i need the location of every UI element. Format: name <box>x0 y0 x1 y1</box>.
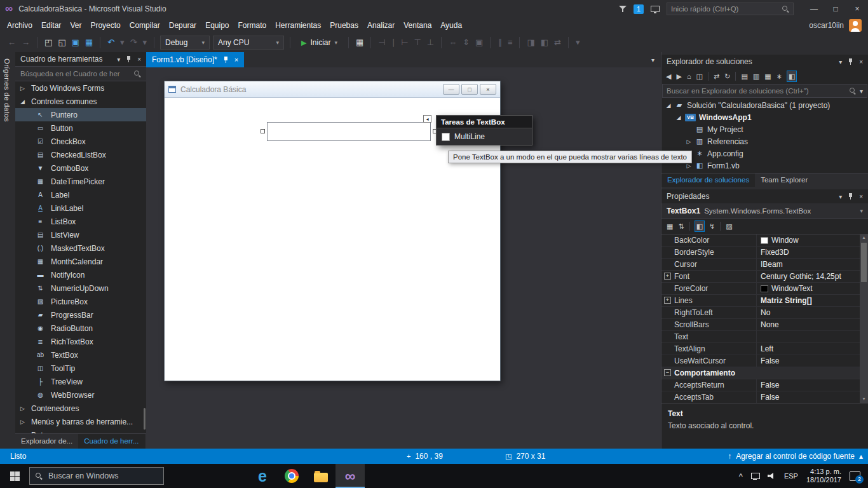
file-explorer-taskbar-button[interactable] <box>306 464 336 488</box>
collapse-icon[interactable]: − <box>664 369 671 376</box>
chevron-down-icon[interactable]: ▾ <box>839 193 842 200</box>
toolbox-item-treeview[interactable]: ├TreeView <box>15 375 146 388</box>
toolbox-item-progressbar[interactable]: ▰ProgressBar <box>15 308 146 322</box>
maximize-button[interactable]: □ <box>825 0 846 18</box>
property-row-font[interactable]: +FontCentury Gothic; 14,25pt <box>661 271 860 283</box>
menu-item-archivo[interactable]: Archivo <box>3 18 37 33</box>
property-row-acceptsreturn[interactable]: AcceptsReturnFalse <box>661 379 860 391</box>
quick-launch-search[interactable]: Inicio rápido (Ctrl+Q) <box>667 3 794 15</box>
toolbox-search-box[interactable]: Búsqueda en el Cuadro de her <box>15 66 146 81</box>
volume-icon[interactable] <box>768 472 776 480</box>
toolbox-item-textbox[interactable]: abTextBox <box>15 348 146 362</box>
close-icon[interactable]: × <box>137 56 141 63</box>
toolbox-group-menus-y-barras-de-herramie[interactable]: ▷Menús y barras de herramie... <box>15 415 146 428</box>
tab-solution-explorer[interactable]: Explorador de soluciones <box>661 173 755 187</box>
chevron-collapsed-icon[interactable]: ▷ <box>686 139 692 145</box>
property-value[interactable]: Matriz String[] <box>757 295 860 306</box>
toolbox-item-listbox[interactable]: ≡ListBox <box>15 215 146 228</box>
property-value[interactable]: False <box>757 391 860 403</box>
notification-badge[interactable]: 1 <box>634 4 644 14</box>
toolbox-scrollbar[interactable] <box>144 408 146 430</box>
solution-explorer-header[interactable]: Explorador de soluciones ▾ × <box>661 55 868 69</box>
property-value[interactable]: Left <box>757 343 860 355</box>
toolbox-item-numericupdown[interactable]: ⇅NumericUpDown <box>15 281 146 295</box>
chevron-collapsed-icon[interactable]: ▷ <box>686 163 692 169</box>
chevron-expanded-icon[interactable]: ◢ <box>675 114 682 121</box>
toolbox-item-checkedlistbox[interactable]: ▤CheckedListBox <box>15 148 146 161</box>
menu-item-analizar[interactable]: Analizar <box>363 18 399 33</box>
property-row-cursor[interactable]: CursorIBeam <box>661 259 860 271</box>
edge-taskbar-button[interactable]: e <box>248 464 277 488</box>
property-row-text[interactable]: Text <box>661 331 860 343</box>
categorized-icon[interactable]: ▦ <box>667 221 673 231</box>
designed-textbox[interactable]: ◂ <box>267 122 431 141</box>
home-icon[interactable]: ⌂ <box>687 71 691 81</box>
pin-icon[interactable] <box>223 57 229 64</box>
chrome-taskbar-button[interactable] <box>277 464 306 488</box>
property-row-comportamiento[interactable]: −Comportamiento <box>661 367 860 379</box>
menu-item-herramientas[interactable]: Herramientas <box>271 18 325 33</box>
platform-dropdown[interactable]: Any CPU ▾ <box>213 36 284 50</box>
toolbox-item-webbrowser[interactable]: ◍WebBrowser <box>15 388 146 402</box>
close-button[interactable]: × <box>846 0 868 18</box>
pin-icon[interactable] <box>126 56 132 63</box>
designer-surface[interactable]: Calculadora Básica — □ × ◂ <box>146 67 661 449</box>
designed-form-titlebar[interactable]: Calculadora Básica — □ × <box>165 81 500 98</box>
close-icon[interactable]: × <box>859 58 863 65</box>
menu-item-editar[interactable]: Editar <box>37 18 65 33</box>
tab-order-icon[interactable]: ⇄ <box>553 36 562 49</box>
user-avatar[interactable] <box>849 19 862 32</box>
tab-form1-designer[interactable]: Form1.vb [Diseño]* × <box>146 52 244 67</box>
toolbox-item-monthcalendar[interactable]: ▦MonthCalendar <box>15 255 146 268</box>
align-rights-icon[interactable]: ⊢ <box>400 36 409 49</box>
alphabetical-icon[interactable]: ⇅ <box>678 221 684 231</box>
toolbox-item-tooltip[interactable]: ◫ToolTip <box>15 362 146 375</box>
tab-list-dropdown-icon[interactable]: ▾ <box>651 57 661 64</box>
pin-icon[interactable] <box>848 193 853 200</box>
property-row-righttoleft[interactable]: RightToLeftNo <box>661 307 860 319</box>
horizontal-spacing-icon[interactable]: ∥ <box>496 36 503 49</box>
tray-expand-icon[interactable]: ^ <box>739 471 743 481</box>
visual-studio-taskbar-button[interactable]: ∞ <box>336 464 365 488</box>
tab-team-explorer[interactable]: Team Explorer <box>755 173 813 187</box>
redo-caret-icon[interactable]: ▾ <box>142 36 149 49</box>
chevron-down-icon[interactable]: ▾ <box>117 56 120 63</box>
form-maximize-button[interactable]: □ <box>461 84 478 95</box>
expand-icon[interactable]: + <box>664 273 671 280</box>
property-row-usewaitcursor[interactable]: UseWaitCursorFalse <box>661 355 860 367</box>
menu-item-ventana[interactable]: Ventana <box>399 18 436 33</box>
undo-caret-icon[interactable]: ▾ <box>119 36 126 49</box>
property-value[interactable]: Century Gothic; 14,25pt <box>757 271 860 282</box>
toolbox-item-combobox[interactable]: ▼ComboBox <box>15 161 146 175</box>
tree-item-windowsapp1[interactable]: ◢VBWindowsApp1 <box>661 111 868 123</box>
menu-item-compilar[interactable]: Compilar <box>125 18 165 33</box>
toolbox-item-puntero[interactable]: ↖Puntero <box>15 108 146 121</box>
property-value[interactable]: Window <box>757 234 860 246</box>
properties-scrollbar[interactable]: ▴ ▾ <box>860 234 868 403</box>
filter-icon[interactable] <box>619 5 627 13</box>
property-value[interactable]: Fixed3D <box>757 247 860 258</box>
designer-grid-icon[interactable]: ▦ <box>355 36 365 49</box>
preview-selected-icon[interactable]: ◧ <box>787 71 796 81</box>
tree-item-referencias[interactable]: ▷▥Referencias <box>661 135 868 147</box>
align-bottoms-icon[interactable]: ⊥ <box>426 36 435 49</box>
toolbox-item-datetimepicker[interactable]: ▦DateTimePicker <box>15 175 146 188</box>
open-file-icon[interactable]: ◱ <box>57 36 67 49</box>
toolbox-group-contenedores[interactable]: ▷Contenedores <box>15 402 146 415</box>
expand-icon[interactable]: + <box>664 297 671 304</box>
menu-item-ayuda[interactable]: Ayuda <box>436 18 466 33</box>
events-icon[interactable]: ↯ <box>709 221 715 231</box>
bring-to-front-icon[interactable]: ◨ <box>526 36 536 49</box>
properties-icon[interactable]: ∗ <box>776 71 782 81</box>
pending-changes-icon[interactable]: ⇄ <box>714 71 719 81</box>
menu-item-pruebas[interactable]: Pruebas <box>325 18 363 33</box>
back-icon[interactable]: ◀ <box>666 71 671 81</box>
save-icon[interactable]: ▣ <box>71 36 81 49</box>
pin-icon[interactable] <box>848 58 853 65</box>
data-sources-tab[interactable]: Orígenes de datos <box>3 58 11 122</box>
menu-item-proyecto[interactable]: Proyecto <box>86 18 125 33</box>
chevron-down-icon[interactable]: ▾ <box>839 58 842 65</box>
forward-icon[interactable]: ▶ <box>676 71 681 81</box>
chevron-expanded-icon[interactable]: ◢ <box>665 102 672 109</box>
same-width-icon[interactable]: ⇔ <box>447 36 458 49</box>
